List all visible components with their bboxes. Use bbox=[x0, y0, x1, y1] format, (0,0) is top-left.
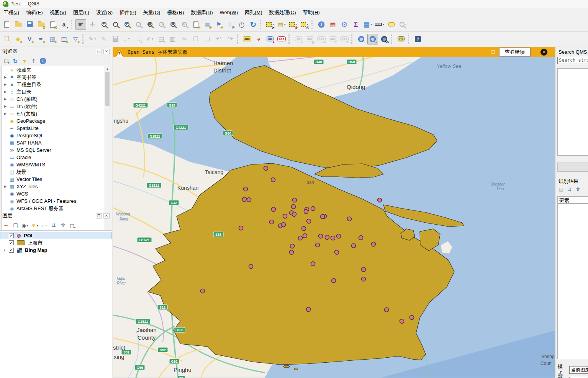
cut-features-icon[interactable]: ✂ bbox=[179, 34, 190, 44]
message-stack-icon[interactable]: ❐ bbox=[491, 49, 495, 55]
redo-icon[interactable]: ↷ bbox=[225, 34, 236, 44]
browser-item-geopackage[interactable]: ◆GeoPackage bbox=[2, 117, 110, 125]
pin-unpin-labels-icon[interactable]: ab● bbox=[293, 34, 304, 44]
python-console-icon[interactable]: Py bbox=[396, 34, 406, 44]
browser-item-wms-wmts[interactable]: ◉WMS/WMTS bbox=[2, 161, 110, 168]
browser-item-c-[interactable]: ▶▭C:\ (系统) bbox=[2, 95, 110, 103]
statistical-summary-icon[interactable]: Σ bbox=[351, 19, 361, 30]
pin-labels-icon[interactable]: ab● bbox=[265, 34, 275, 44]
select-by-value-icon[interactable]: ◎▾ bbox=[299, 19, 310, 30]
filter-legend-icon[interactable]: ▼▾ bbox=[30, 221, 39, 230]
browser-item--[interactable]: ◫场景 bbox=[2, 168, 110, 176]
layer-visibility-checkbox[interactable]: ✓ bbox=[9, 240, 14, 245]
expand-arrow-icon[interactable]: ▶ bbox=[3, 97, 8, 101]
change-label-icon[interactable]: abc✎ bbox=[339, 34, 350, 44]
data-source-manager-icon[interactable]: ❐+ bbox=[1, 34, 12, 44]
qms-search-icon[interactable]: ◍⌕ bbox=[367, 34, 378, 44]
layer-row-1[interactable]: ✓上海市 bbox=[0, 239, 112, 247]
qms-search-input[interactable] bbox=[557, 57, 588, 64]
current-edits-icon[interactable]: ✎▾ bbox=[87, 34, 98, 44]
zoom-native-icon[interactable]: 1:1 bbox=[156, 19, 167, 30]
browser-item--[interactable]: ▶⌂主目录 bbox=[2, 88, 110, 95]
new-gpx-layer-icon[interactable]: ✒✳ bbox=[36, 34, 46, 44]
browser-item-spatialite[interactable]: ✒SpatiaLite bbox=[2, 125, 110, 132]
add-record-icon[interactable]: ∷✳ bbox=[133, 34, 144, 44]
refresh-map-icon[interactable]: ↻ bbox=[248, 19, 259, 30]
layer-visibility-checkbox[interactable]: ✓ bbox=[9, 248, 14, 253]
pan-map-icon[interactable]: ☛ bbox=[75, 19, 86, 30]
move-label-icon[interactable]: abc➜ bbox=[316, 34, 327, 44]
expand-arrow-icon[interactable]: ▶ bbox=[3, 112, 8, 115]
expand-arrow-icon[interactable]: ▶ bbox=[3, 76, 8, 79]
menu-item-1[interactable]: 编辑(E) bbox=[23, 8, 46, 17]
open-layer-styling-icon[interactable]: ✒ bbox=[2, 221, 10, 230]
new-geopackage-layer-icon[interactable]: ◆✳ bbox=[13, 34, 23, 44]
deselect-features-icon[interactable]: ⊘▾ bbox=[288, 19, 298, 30]
toggle-editing-icon[interactable]: ✎ bbox=[98, 34, 109, 44]
browser-item-d-[interactable]: ▶▭D:\ (软件) bbox=[2, 103, 110, 110]
temporal-controller-icon[interactable]: ◴ bbox=[236, 19, 247, 30]
menu-item-9[interactable]: Web(W) bbox=[216, 8, 241, 16]
menu-item-8[interactable]: 数据库(D) bbox=[187, 8, 216, 17]
zoom-full-icon[interactable]: ✛ bbox=[121, 19, 132, 30]
copy-features-icon[interactable]: ❐ bbox=[190, 34, 201, 44]
features-tree[interactable] bbox=[557, 204, 588, 359]
browser-item-vector-tiles[interactable]: ▦Vector Tiles bbox=[2, 176, 110, 183]
osm-place-search-icon[interactable]: ▾ bbox=[398, 19, 408, 30]
menu-item-12[interactable]: 帮助(H) bbox=[300, 8, 323, 17]
rotate-label-icon[interactable]: abc↻ bbox=[328, 34, 338, 44]
refresh-browser-icon[interactable]: ↻ bbox=[11, 57, 20, 65]
menu-item-10[interactable]: 网孔(M) bbox=[241, 8, 266, 17]
zoom-last-icon[interactable]: ◀ bbox=[167, 19, 178, 30]
menu-item-0[interactable]: 工程(J) bbox=[0, 8, 23, 17]
view-error-button[interactable]: 查看错误 bbox=[499, 48, 531, 57]
filter-by-expression-icon[interactable]: ε▾ bbox=[40, 221, 49, 230]
new-shapefile-layer-icon[interactable]: V✳ bbox=[24, 34, 35, 44]
zoom-to-selection-icon[interactable]: ▢ bbox=[133, 19, 144, 30]
save-layer-edits-icon[interactable] bbox=[110, 34, 121, 44]
expand-arrow-icon[interactable]: ▶ bbox=[3, 185, 8, 188]
processing-toolbox-icon[interactable]: ⚙ bbox=[339, 19, 350, 30]
mode-select[interactable]: 当前图层 bbox=[569, 366, 588, 374]
expand-arrow-icon[interactable]: ▶ bbox=[3, 105, 8, 108]
layer-visibility-checkbox[interactable]: ✓ bbox=[9, 233, 14, 238]
layer-row-0[interactable]: ✓POI bbox=[0, 232, 112, 239]
properties-info-icon[interactable]: i bbox=[39, 57, 47, 65]
expand-arrow-icon[interactable]: ▶ bbox=[3, 90, 8, 94]
layers-close-button[interactable]: ✕ bbox=[103, 213, 110, 219]
undo-icon[interactable]: ↶ bbox=[213, 34, 224, 44]
browser-item--[interactable]: ▶■工程主目录 bbox=[2, 81, 110, 88]
collapse-results-icon[interactable]: ⇈ bbox=[574, 186, 582, 193]
remove-layer-icon[interactable]: ▢− bbox=[68, 221, 76, 230]
menu-item-11[interactable]: 数据处理(C) bbox=[266, 8, 300, 17]
new-mesh-layer-icon[interactable]: ▽✳ bbox=[70, 34, 81, 44]
expand-all-layers-icon[interactable]: ⇊ bbox=[49, 221, 58, 230]
expand-results-icon[interactable]: ⇊ bbox=[566, 186, 573, 193]
browser-item--[interactable]: ▶⚑空间书签 bbox=[2, 74, 110, 81]
zoom-out-icon[interactable]: − bbox=[110, 19, 121, 30]
browser-item--[interactable]: ★收藏夹 bbox=[2, 66, 110, 74]
browser-item-e-[interactable]: ▶▭E:\ (文档) bbox=[2, 110, 110, 117]
new-temporary-scratch-layer-icon[interactable]: ▦✳ bbox=[47, 34, 58, 44]
browser-item-xyz-tiles[interactable]: ▶▦XYZ Tiles bbox=[2, 183, 110, 190]
menu-item-7[interactable]: 栅格(R) bbox=[164, 8, 187, 17]
layer-styling-icon[interactable]: ◕ bbox=[253, 34, 264, 44]
project-properties-icon[interactable]: ⚙ bbox=[36, 19, 46, 30]
qms-add-layer-icon[interactable]: ◍+ bbox=[356, 34, 367, 44]
map-tips-icon[interactable] bbox=[386, 19, 397, 30]
new-3d-map-view-icon[interactable]: ▦✳ bbox=[202, 19, 213, 30]
digitize-with-segment-icon[interactable]: ∴▾ bbox=[121, 34, 132, 44]
scroll-up-icon[interactable]: ▲ bbox=[105, 66, 110, 72]
manage-map-themes-icon[interactable]: ◉▾ bbox=[20, 221, 29, 230]
menu-item-4[interactable]: 设置(S) bbox=[93, 8, 116, 17]
qms-results-list[interactable] bbox=[557, 68, 588, 156]
menu-item-2[interactable]: 视图(V) bbox=[46, 8, 70, 17]
new-virtual-layer-icon[interactable]: ◫✳ bbox=[59, 34, 69, 44]
browser-item-sap-hana[interactable]: ▦SAP HANA bbox=[2, 139, 110, 146]
new-project-icon[interactable] bbox=[1, 19, 12, 30]
pan-to-selection-icon[interactable]: ✛ bbox=[87, 19, 98, 30]
new-map-view-icon[interactable]: ✳ bbox=[190, 19, 201, 30]
add-group-icon[interactable]: ❐+ bbox=[11, 221, 20, 230]
identify-form-view-icon[interactable]: ▤ bbox=[557, 186, 565, 193]
zoom-next-icon[interactable]: ▶ bbox=[179, 19, 190, 30]
